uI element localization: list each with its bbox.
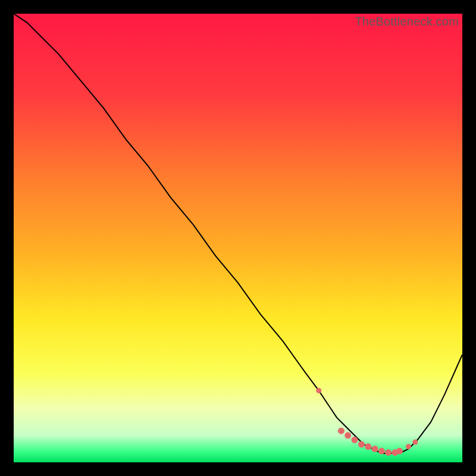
- bottleneck-chart: [14, 14, 462, 462]
- marker-dot: [352, 437, 358, 443]
- watermark-text: TheBottleneck.com: [355, 15, 459, 29]
- marker-dot: [406, 444, 411, 449]
- marker-dot: [385, 449, 392, 456]
- marker-dot: [378, 448, 385, 455]
- marker-dot: [358, 441, 365, 447]
- marker-dot: [345, 432, 351, 439]
- marker-dot: [338, 428, 345, 434]
- marker-dot: [316, 388, 321, 393]
- marker-dot: [372, 446, 378, 452]
- marker-dot: [412, 440, 418, 445]
- marker-dot: [396, 448, 403, 455]
- marker-dot: [365, 443, 371, 450]
- chart-frame: TheBottleneck.com: [14, 14, 462, 462]
